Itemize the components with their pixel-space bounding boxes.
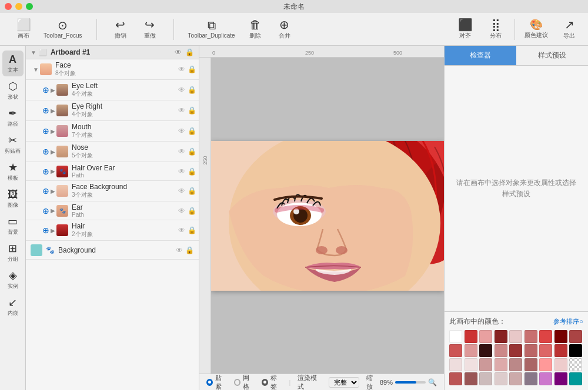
eye-left-expand-icon[interactable]: ▶ — [51, 87, 55, 93]
swatch-pink-light[interactable] — [479, 330, 492, 343]
nose-lock-icon[interactable]: 🔒 — [188, 147, 196, 156]
mouth-add-icon[interactable]: ⊕ — [42, 126, 49, 136]
artboard-eye-icon[interactable]: 👁 — [175, 48, 182, 56]
hair-add-icon[interactable]: ⊕ — [42, 226, 49, 235]
eye-left-add-icon[interactable]: ⊕ — [42, 85, 49, 95]
face-expand-icon[interactable]: ▼ — [33, 66, 39, 73]
eye-right-eye-icon[interactable]: 👁 — [178, 106, 185, 115]
maximize-button[interactable] — [26, 3, 33, 10]
close-button[interactable] — [5, 3, 12, 10]
tool-shape[interactable]: ⬡ 形状 — [2, 78, 24, 103]
swatch-teal[interactable] — [569, 372, 582, 385]
snap-radio[interactable]: 贴紧 — [206, 374, 227, 391]
swatch-soft-pink[interactable] — [509, 372, 522, 385]
artboard-expand-icon[interactable]: ▼ — [31, 49, 36, 56]
hair-over-ear-eye-icon[interactable]: 👁 — [178, 167, 185, 176]
swatch-transparent[interactable] — [569, 358, 582, 371]
toolbar-duplicate-btn[interactable]: ⧉ Toolbar_Duplicate — [183, 17, 240, 41]
ear-expand-icon[interactable]: ▶ — [51, 207, 55, 214]
render-select[interactable]: 完整 快速 — [329, 377, 359, 388]
eye-left-lock-icon[interactable]: 🔒 — [188, 86, 196, 94]
swatch-black[interactable] — [569, 344, 582, 357]
tool-background[interactable]: ▭ 背景 — [2, 213, 24, 238]
tool-template[interactable]: ★ 模板 — [2, 159, 24, 184]
swatch-blush[interactable] — [449, 358, 462, 371]
layer-mouth[interactable]: ⊕ ▶ Mouth 7个对象 👁 🔒 — [26, 121, 199, 142]
tool-clip[interactable]: ✂ 剪贴画 — [2, 132, 24, 157]
background-eye-icon[interactable]: 👁 — [176, 246, 183, 254]
canvas-area[interactable]: 0 250 500 250 — [199, 46, 444, 390]
tab-inspector[interactable]: 检查器 — [445, 46, 516, 65]
swatch-light-pink[interactable] — [509, 330, 522, 343]
swatch-crimson[interactable] — [449, 344, 462, 357]
eye-right-lock-icon[interactable]: 🔒 — [188, 106, 196, 115]
layer-hair[interactable]: ⊕ ▶ Hair 2个对象 👁 🔒 — [26, 220, 199, 241]
swatch-mauve[interactable] — [479, 358, 492, 371]
tool-path[interactable]: ✒ 路径 — [2, 105, 24, 130]
swatch-bright-red[interactable] — [539, 330, 552, 343]
swatch-auburn[interactable] — [449, 372, 462, 385]
mouth-lock-icon[interactable]: 🔒 — [188, 127, 196, 135]
hair-over-ear-lock-icon[interactable]: 🔒 — [188, 167, 196, 176]
layer-eye-left[interactable]: ⊕ ▶ Eye Left 4个对象 👁 🔒 — [26, 80, 199, 100]
ear-eye-icon[interactable]: 👁 — [178, 207, 185, 215]
face-bg-expand-icon[interactable]: ▶ — [51, 188, 55, 194]
window-controls[interactable] — [5, 3, 33, 10]
tool-image[interactable]: 🖼 图像 — [2, 186, 24, 211]
mouth-expand-icon[interactable]: ▶ — [51, 128, 55, 135]
layer-eye-right[interactable]: ⊕ ▶ Eye Right 4个对象 👁 🔒 — [26, 100, 199, 121]
face-lock-icon[interactable]: 🔒 — [188, 65, 196, 73]
artboard-row[interactable]: ▼ ⬜ Artboard #1 👁 🔒 — [26, 46, 199, 59]
eye-right-expand-icon[interactable]: ▶ — [51, 107, 55, 114]
swatch-orchid[interactable] — [539, 372, 552, 385]
toolbar-undo-btn[interactable]: ↩ 撤销 — [106, 16, 135, 42]
swatch-white[interactable] — [449, 330, 462, 343]
swatch-pink[interactable] — [495, 358, 507, 371]
swatch-red-2[interactable] — [539, 344, 552, 357]
swatch-wine[interactable] — [554, 344, 567, 357]
ear-add-icon[interactable]: ⊕ — [42, 206, 49, 216]
toolbar-merge-btn[interactable]: ⊕ 合并 — [270, 16, 299, 42]
layer-ear[interactable]: ⊕ ▶ 🐾 Ear Path 👁 🔒 — [26, 201, 199, 220]
swatch-rose[interactable] — [465, 344, 477, 357]
layer-face-background[interactable]: ⊕ ▶ Face Background 3个对象 👁 🔒 — [26, 181, 199, 201]
hair-eye-icon[interactable]: 👁 — [178, 226, 185, 234]
tool-text[interactable]: A 文本 — [2, 51, 24, 76]
toolbar-canvas-btn[interactable]: ⬜ 画布 — [9, 16, 38, 42]
swatch-coral[interactable] — [524, 344, 537, 357]
layer-face[interactable]: ▼ Face 8个对象 👁 🔒 — [26, 59, 199, 80]
hair-lock-icon[interactable]: 🔒 — [188, 226, 196, 234]
swatch-salmon[interactable] — [524, 330, 537, 343]
tool-embed[interactable]: ↙ 内嵌 — [2, 294, 24, 320]
swatch-deep-red[interactable] — [554, 330, 567, 343]
tool-group[interactable]: ⊞ 分组 — [2, 240, 24, 265]
artboard-lock-icon[interactable]: 🔒 — [185, 48, 194, 56]
minimize-button[interactable] — [15, 3, 22, 10]
ear-lock-icon[interactable]: 🔒 — [188, 207, 196, 215]
tab-style[interactable]: 样式预设 — [516, 46, 588, 65]
hair-over-ear-add-icon[interactable]: ⊕ — [42, 167, 49, 176]
face-eye-icon[interactable]: 👁 — [178, 65, 185, 73]
toolbar-export-btn[interactable]: ↗ 导出 — [555, 16, 583, 42]
swatch-deep-purple[interactable] — [554, 372, 567, 385]
toolbar-distribute-btn[interactable]: ⣿ 分布 — [482, 16, 510, 42]
labels-radio[interactable]: 标签 — [262, 374, 282, 391]
artwork-canvas[interactable] — [211, 141, 444, 291]
face-bg-add-icon[interactable]: ⊕ — [42, 186, 49, 196]
swatch-very-light-pink[interactable] — [495, 372, 507, 385]
grid-radio[interactable]: 网格 — [234, 374, 255, 391]
swatch-hot-pink[interactable] — [539, 358, 552, 371]
eye-left-eye-icon[interactable]: 👁 — [178, 86, 185, 94]
tool-instance[interactable]: ◈ 实例 — [2, 267, 24, 292]
zoom-slider[interactable] — [395, 381, 426, 384]
swatch-tan[interactable] — [509, 358, 522, 371]
swatch-brick[interactable] — [524, 358, 537, 371]
swatch-pale-pink[interactable] — [465, 358, 477, 371]
swatch-purple-grey[interactable] — [524, 372, 537, 385]
nose-eye-icon[interactable]: 👁 — [178, 147, 185, 156]
swatch-medium-red[interactable] — [465, 372, 477, 385]
toolbar-focus-btn[interactable]: ⊙ Toolbar_Focus — [39, 17, 87, 41]
layer-nose[interactable]: ⊕ ▶ Nose 5个对象 👁 🔒 — [26, 142, 199, 162]
eye-right-add-icon[interactable]: ⊕ — [42, 106, 49, 115]
layer-background[interactable]: 🐾 Background 👁 🔒 — [26, 241, 199, 260]
